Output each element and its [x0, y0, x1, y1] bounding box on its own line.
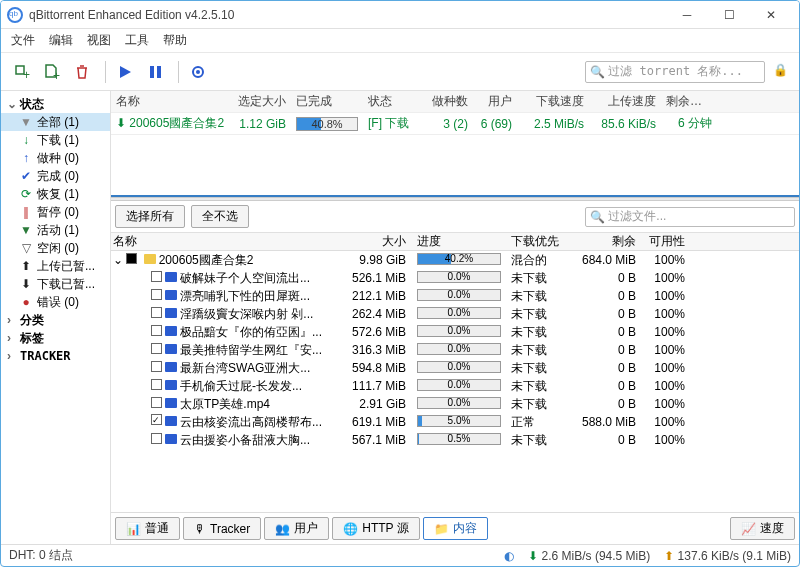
- menu-file[interactable]: 文件: [11, 32, 35, 49]
- checkbox[interactable]: [151, 379, 162, 390]
- sidebar-item-7[interactable]: ▽空闲 (0): [1, 239, 110, 257]
- checkbox[interactable]: [151, 289, 162, 300]
- torrent-header-row: 名称 选定大小 已完成 状态 做种数 用户 下载速度 上传速度 剩余时间: [111, 91, 799, 113]
- fcol-name[interactable]: 名称: [111, 233, 341, 250]
- col-ul[interactable]: 上传速度: [589, 93, 661, 110]
- checkbox[interactable]: [151, 414, 162, 425]
- checkbox[interactable]: [151, 397, 162, 408]
- video-icon: [165, 416, 177, 426]
- file-row[interactable]: 太原TP美雄.mp42.91 GiB0.0%未下载0 B100%: [111, 395, 799, 413]
- add-file-button[interactable]: +: [39, 59, 65, 85]
- file-row[interactable]: 极品黯女『你的侑亞囷』...572.6 MiB0.0%未下载0 B100%: [111, 323, 799, 341]
- file-row[interactable]: 手机偷夭过屁-长发发...111.7 MiB0.0%未下载0 B100%: [111, 377, 799, 395]
- app-icon: [7, 7, 23, 23]
- filter-files-input[interactable]: 🔍 过滤文件...: [585, 207, 795, 227]
- status-ul: ⬆ 137.6 KiB/s (9.1 MiB): [664, 549, 791, 563]
- checkbox[interactable]: [126, 253, 137, 264]
- select-all-button[interactable]: 选择所有: [115, 205, 185, 228]
- add-link-button[interactable]: +: [9, 59, 35, 85]
- file-row[interactable]: 最美推特留学生网红『安...316.3 MiB0.0%未下载0 B100%: [111, 341, 799, 359]
- fcol-size[interactable]: 大小: [341, 233, 411, 250]
- folder-row[interactable]: ⌄ 200605國產合集2 9.98 GiB 40.2% 混合的 684.0 M…: [111, 251, 799, 269]
- pause-button[interactable]: [142, 59, 168, 85]
- select-none-button[interactable]: 全不选: [191, 205, 249, 228]
- menu-help[interactable]: 帮助: [163, 32, 187, 49]
- col-eta[interactable]: 剩余时间: [661, 93, 717, 110]
- sidebar-item-9[interactable]: ⬇下载已暂...: [1, 275, 110, 293]
- checkbox[interactable]: [151, 271, 162, 282]
- video-icon: [165, 434, 177, 444]
- toolbar: + + 🔍 过滤 torrent 名称... 🔒: [1, 53, 799, 91]
- file-row[interactable]: 淫蹻级竇女深喉内射 剁...262.4 MiB0.0%未下载0 B100%: [111, 305, 799, 323]
- filter-torrents-input[interactable]: 🔍 过滤 torrent 名称...: [585, 61, 765, 83]
- file-row[interactable]: 云由援姿小备甜液大胸...567.1 MiB0.5%未下载0 B100%: [111, 431, 799, 449]
- sidebar-item-6[interactable]: ▼活动 (1): [1, 221, 110, 239]
- video-icon: [165, 308, 177, 318]
- maximize-button[interactable]: ☐: [717, 6, 741, 24]
- fcol-avail[interactable]: 可用性: [641, 233, 691, 250]
- checkbox[interactable]: [151, 343, 162, 354]
- file-list: ⌄ 200605國產合集2 9.98 GiB 40.2% 混合的 684.0 M…: [111, 251, 799, 512]
- sidebar-item-10[interactable]: ●错误 (0): [1, 293, 110, 311]
- file-row[interactable]: 云由核姿流出高阔楼帮布...619.1 MiB5.0%正常588.0 MiB10…: [111, 413, 799, 431]
- detail-tabs: 📊 普通 🎙 Tracker 👥 用户 🌐 HTTP 源 📁 内容 📈 速度: [111, 512, 799, 544]
- tab-general[interactable]: 📊 普通: [115, 517, 180, 540]
- tab-speed[interactable]: 📈 速度: [730, 517, 795, 540]
- close-button[interactable]: ✕: [759, 6, 783, 24]
- col-name[interactable]: 名称: [111, 93, 231, 110]
- checkbox[interactable]: [151, 325, 162, 336]
- sidebar-item-5[interactable]: ‖暂停 (0): [1, 203, 110, 221]
- menu-edit[interactable]: 编辑: [49, 32, 73, 49]
- menu-view[interactable]: 视图: [87, 32, 111, 49]
- col-peers[interactable]: 用户: [473, 93, 517, 110]
- sidebar-item-2[interactable]: ↑做种 (0): [1, 149, 110, 167]
- tab-content[interactable]: 📁 内容: [423, 517, 488, 540]
- col-seeds[interactable]: 做种数: [417, 93, 473, 110]
- file-filter-bar: 选择所有 全不选 🔍 过滤文件...: [111, 201, 799, 233]
- video-icon: [165, 326, 177, 336]
- fcol-rem[interactable]: 剩余: [567, 233, 641, 250]
- fcol-prio[interactable]: 下载优先: [507, 233, 567, 250]
- settings-button[interactable]: [185, 59, 211, 85]
- sidebar-category[interactable]: ›分类: [1, 311, 110, 329]
- col-status[interactable]: 状态: [363, 93, 417, 110]
- statusbar: DHT: 0 结点 ◐ ⬇ 2.6 MiB/s (94.5 MiB) ⬆ 137…: [1, 544, 799, 566]
- col-done[interactable]: 已完成: [291, 93, 363, 110]
- delete-button[interactable]: [69, 59, 95, 85]
- sidebar-item-0[interactable]: ▼全部 (1): [1, 113, 110, 131]
- svg-point-5: [196, 70, 200, 74]
- file-row[interactable]: 漂亮哺乳下性的田犀斑...212.1 MiB0.0%未下载0 B100%: [111, 287, 799, 305]
- tab-peers[interactable]: 👥 用户: [264, 517, 329, 540]
- file-row[interactable]: 最新台湾SWAG亚洲大...594.8 MiB0.0%未下载0 B100%: [111, 359, 799, 377]
- sidebar-item-3[interactable]: ✔完成 (0): [1, 167, 110, 185]
- dht-status: DHT: 0 结点: [9, 547, 73, 564]
- status-dl: ⬇ 2.6 MiB/s (94.5 MiB): [528, 549, 650, 563]
- resume-button[interactable]: [112, 59, 138, 85]
- sidebar-tags[interactable]: ›标签: [1, 329, 110, 347]
- menu-tools[interactable]: 工具: [125, 32, 149, 49]
- tab-http[interactable]: 🌐 HTTP 源: [332, 517, 419, 540]
- minimize-button[interactable]: ─: [675, 6, 699, 24]
- sidebar-item-4[interactable]: ⟳恢复 (1): [1, 185, 110, 203]
- menubar: 文件 编辑 视图 工具 帮助: [1, 29, 799, 53]
- video-icon: [165, 344, 177, 354]
- video-icon: [165, 272, 177, 282]
- svg-rect-2: [150, 66, 154, 78]
- svg-rect-3: [157, 66, 161, 78]
- torrent-row[interactable]: ⬇ 200605國產合集2 1.12 GiB 40.8% [F] 下载 3 (2…: [111, 113, 799, 135]
- col-size[interactable]: 选定大小: [231, 93, 291, 110]
- fcol-prog[interactable]: 进度: [411, 233, 507, 250]
- col-dl[interactable]: 下载速度: [517, 93, 589, 110]
- tab-tracker[interactable]: 🎙 Tracker: [183, 517, 261, 540]
- checkbox[interactable]: [151, 433, 162, 444]
- lock-icon[interactable]: 🔒: [773, 63, 791, 81]
- video-icon: [165, 398, 177, 408]
- sidebar-item-1[interactable]: ↓下载 (1): [1, 131, 110, 149]
- sidebar-tracker[interactable]: ›TRACKER: [1, 347, 110, 365]
- sidebar-status-header[interactable]: ⌄状态: [1, 95, 110, 113]
- sidebar-item-8[interactable]: ⬆上传已暂...: [1, 257, 110, 275]
- checkbox[interactable]: [151, 307, 162, 318]
- download-icon: ⬇: [116, 116, 126, 130]
- checkbox[interactable]: [151, 361, 162, 372]
- file-row[interactable]: 破解妹子个人空间流出...526.1 MiB0.0%未下载0 B100%: [111, 269, 799, 287]
